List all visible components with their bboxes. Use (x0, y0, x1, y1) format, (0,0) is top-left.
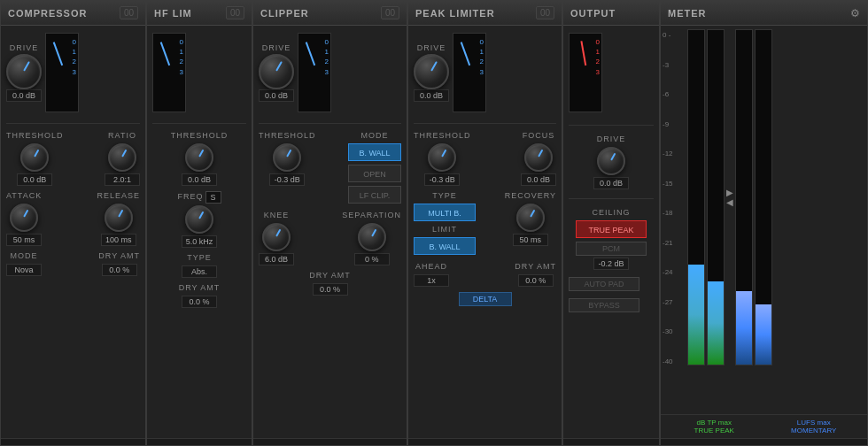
hflim-freq-row: FREQ (177, 191, 221, 204)
clipper-dryamt-value[interactable]: 0.0 % (313, 283, 348, 296)
output-autopad-btn[interactable]: AUTO PAD (569, 277, 639, 291)
output-scrollbar[interactable] (563, 438, 659, 445)
meter-col2-sublabel: MOMENTARY (766, 427, 863, 434)
compressor-bypass[interactable]: 00 (120, 6, 138, 19)
output-drive-knob[interactable] (597, 147, 625, 175)
compressor-release-group: RELEASE 100 ms (97, 191, 140, 246)
meter-scrollbar[interactable] (661, 438, 867, 445)
compressor-release-label: RELEASE (97, 191, 140, 200)
hflim-type-value[interactable]: Abs. (182, 265, 217, 278)
peaklimiter-threshold-value[interactable]: -0.3 dB (424, 173, 460, 186)
output-pcm-btn[interactable]: PCM (576, 242, 647, 256)
peaklimiter-focus-knob[interactable] (524, 143, 553, 172)
hflim-bypass[interactable]: 00 (226, 6, 244, 19)
peaklimiter-drive-value[interactable]: 0.0 dB (414, 89, 449, 102)
peaklimiter-type-multib-btn[interactable]: MULTI B. (414, 204, 476, 221)
peaklimiter-recovery-value[interactable]: 50 ms (513, 234, 548, 246)
output-sep1 (569, 125, 654, 126)
meter-scale-30: -30 (663, 327, 684, 335)
peaklimiter-limit-label: LIMIT (432, 225, 457, 234)
meter-content-area: 0 - -3 -6 -9 -12 -15 -18 -21 -24 -27 -30… (661, 26, 867, 414)
clipper-thresh-mode-row: THRESHOLD -0.3 dB MODE B. WALL OPEN LF C… (259, 131, 401, 205)
peaklimiter-scrollbar[interactable] (408, 438, 562, 445)
peaklimiter-dryamt-label: DRY AMT (515, 262, 556, 271)
hflim-drive-section: 0 1 2 3 (152, 33, 246, 112)
output-drive-value[interactable]: 0.0 dB (593, 177, 629, 189)
peaklimiter-recovery-knob[interactable] (516, 204, 545, 232)
peaklimiter-threshold-group: THRESHOLD -0.3 dB (414, 131, 471, 186)
peaklimiter-ahead-group: AHEAD 1x (414, 262, 449, 287)
hflim-type-label: TYPE (187, 253, 212, 262)
meter-scale-6: -6 (663, 90, 684, 98)
compressor-threshold-value[interactable]: 0.0 dB (17, 173, 52, 186)
meter-bar2-container (707, 29, 725, 365)
compressor-panel: COMPRESSOR 00 DRIVE 0.0 dB 0 1 2 3 (0, 0, 146, 446)
hflim-freq-knob[interactable] (185, 205, 213, 234)
compressor-drive-knob[interactable] (6, 54, 42, 89)
clipper-threshold-value[interactable]: -0.3 dB (269, 173, 305, 186)
clipper-separation-knob[interactable] (358, 223, 386, 251)
peaklimiter-focus-value[interactable]: 0.0 dB (521, 173, 556, 186)
hflim-dryamt-value[interactable]: 0.0 % (182, 296, 217, 308)
hflim-freq-value[interactable]: 5.0 kHz (182, 235, 218, 248)
clipper-drive-knob[interactable] (259, 54, 294, 89)
peaklimiter-limit-bwall-btn[interactable]: B. WALL (414, 237, 476, 255)
peaklimiter-drive-section: DRIVE 0.0 dB 0 1 2 3 (414, 33, 556, 112)
hflim-threshold-value[interactable]: 0.0 dB (182, 173, 217, 186)
compressor-title: COMPRESSOR (8, 8, 87, 19)
output-ceiling-value[interactable]: -0.2 dB (593, 258, 629, 270)
output-vu-box: 0 1 2 3 (569, 33, 602, 112)
hflim-scrollbar[interactable] (147, 438, 252, 445)
compressor-dryamt-value[interactable]: 0.0 % (102, 264, 137, 276)
clipper-knee-value[interactable]: 6.0 dB (259, 253, 294, 265)
hflim-freq-input[interactable] (205, 191, 221, 204)
compressor-threshold-label: THRESHOLD (6, 131, 64, 140)
compressor-vu-box: 0 1 2 3 (45, 33, 79, 112)
peaklimiter-delta-btn[interactable]: DELTA (459, 292, 512, 306)
compressor-drive-label: DRIVE (10, 43, 39, 52)
peaklimiter-panel: PEAK LIMITER 00 DRIVE 0.0 dB 0 1 2 3 (407, 0, 562, 446)
peaklimiter-dryamt-value[interactable]: 0.0 % (518, 274, 554, 287)
compressor-threshold-knob[interactable] (20, 143, 49, 172)
output-bypass-btn[interactable]: BYPASS (569, 298, 639, 312)
compressor-threshold-ratio-row: THRESHOLD 0.0 dB RATIO 2.0:1 (6, 131, 140, 186)
output-content: 0 1 2 3 DRIVE 0.0 dB CEILING TRUE PEAK P… (563, 26, 659, 438)
peaklimiter-type-recovery-row: TYPE MULTI B. LIMIT B. WALL RECOVERY 50 … (414, 191, 556, 257)
output-vu-tick1: 1 (571, 47, 600, 57)
clipper-bypass[interactable]: 00 (381, 6, 399, 19)
clipper-knee-group: KNEE 6.0 dB (259, 211, 294, 265)
compressor-release-value[interactable]: 100 ms (101, 234, 136, 246)
gear-icon[interactable]: ⚙ (850, 7, 860, 19)
compressor-ratio-knob[interactable] (108, 143, 136, 172)
peaklimiter-vu-tick3: 3 (455, 67, 484, 77)
compressor-attack-value[interactable]: 50 ms (6, 234, 42, 246)
compressor-drive-value[interactable]: 0.0 dB (6, 89, 42, 102)
clipper-scrollbar[interactable] (253, 438, 407, 445)
clipper-threshold-knob[interactable] (273, 143, 301, 172)
hflim-title: HF LIM (154, 8, 192, 19)
compressor-scrollbar[interactable] (1, 438, 145, 445)
compressor-mode-value[interactable]: Nova (6, 264, 42, 276)
meter-bar3-fill (736, 291, 752, 365)
peaklimiter-bypass[interactable]: 00 (536, 6, 554, 19)
clipper-mode-lfclip-btn[interactable]: LF CLIP. (348, 186, 401, 204)
clipper-mode-bwall-btn[interactable]: B. WALL (348, 143, 401, 161)
hflim-threshold-knob[interactable] (185, 143, 213, 172)
clipper-knee-knob[interactable] (262, 223, 291, 251)
clipper-separation-value[interactable]: 0 % (354, 253, 390, 265)
compressor-attack-knob[interactable] (10, 204, 38, 232)
clipper-title: CLIPPER (260, 8, 309, 19)
clipper-mode-open-btn[interactable]: OPEN (348, 165, 401, 182)
peaklimiter-ahead-value[interactable]: 1x (414, 274, 449, 287)
clipper-drive-value[interactable]: 0.0 dB (259, 89, 294, 102)
output-truepeak-btn[interactable]: TRUE PEAK (576, 220, 647, 238)
compressor-ratio-value[interactable]: 2.0:1 (105, 173, 140, 186)
peaklimiter-content: DRIVE 0.0 dB 0 1 2 3 THRESHOLD -0.3 dB (408, 26, 562, 438)
peaklimiter-threshold-knob[interactable] (428, 143, 456, 172)
clipper-mode-group: MODE B. WALL OPEN LF CLIP. (348, 131, 401, 205)
compressor-release-knob[interactable] (105, 204, 133, 232)
peaklimiter-ahead-dryamt-row: AHEAD 1x DRY AMT 0.0 % (414, 262, 556, 287)
clipper-drive-label: DRIVE (262, 43, 291, 52)
compressor-attack-release-row: ATTACK 50 ms RELEASE 100 ms (6, 191, 140, 246)
peaklimiter-drive-knob[interactable] (414, 54, 449, 89)
